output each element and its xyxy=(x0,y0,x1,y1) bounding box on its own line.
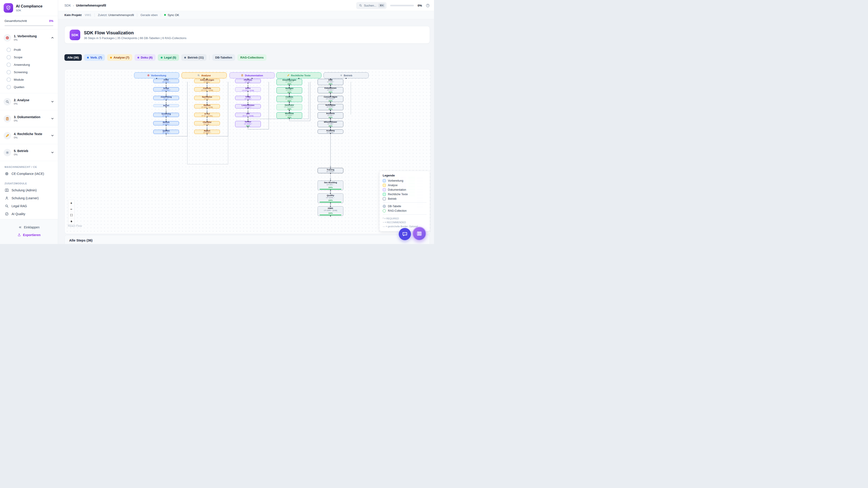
sidebar-item-scope[interactable]: Scope xyxy=(0,54,58,61)
zoom-out-button[interactable]: − xyxy=(68,206,74,212)
chat-fab-button[interactable] xyxy=(399,228,411,240)
upload-icon xyxy=(18,233,21,237)
filter-chip-rag-collections[interactable]: RAG-Collections xyxy=(237,54,267,61)
filter-chip-analyse-7[interactable]: Analyse (7) xyxy=(107,54,132,61)
flow-node-loeschfristen[interactable]: LoeschfristenCP-RET * xyxy=(235,104,261,108)
sidebar-item-ce-compliance-iace[interactable]: CE-Compliance (IACE) xyxy=(0,170,58,177)
node-progress-bar xyxy=(320,189,341,190)
filter-chip-betrieb-11[interactable]: Betrieb (11) xyxy=(181,54,207,61)
node-code: CP-NOTF * xyxy=(327,106,334,108)
flow-node-vvt[interactable]: VVTCP-VVT * [DSB] xyxy=(235,113,261,117)
flow-node-cookies[interactable]: CookiesCP-COOK *100% xyxy=(276,96,302,102)
flow-node-dsfa[interactable]: DSFACP-DSFA * [DSB] xyxy=(235,87,261,92)
flow-node-checklist[interactable]: ChecklistCP-CHK ~ xyxy=(194,121,220,125)
flow-node-vendor[interactable]: VendorCP-VEND *100% xyxy=(235,121,261,127)
step-label: Quellen xyxy=(14,86,24,89)
search-button[interactable]: Suchen... ⌘K xyxy=(356,2,386,9)
flow-node-dsr[interactable]: DSRCP-DSR *100% xyxy=(318,79,343,85)
package-header-vorbereitung[interactable]: Vorbereitung xyxy=(134,72,179,78)
package-header-analyse[interactable]: Analyse xyxy=(182,72,227,78)
flow-node-anforderungen[interactable]: AnforderungenCP-REQ * xyxy=(194,79,220,83)
node-code: CP-INC * xyxy=(327,115,334,116)
node-code: CP-AREP * xyxy=(203,132,211,134)
node-title: Checklist xyxy=(203,121,211,123)
flow-node-training[interactable]: TrainingCP-TRAIN * xyxy=(318,168,343,173)
module-label: Schulung (Learner) xyxy=(11,196,39,200)
flow-node-vorlagen[interactable]: VorlagenCP-DOC *100% xyxy=(276,87,302,94)
export-button[interactable]: Exportieren xyxy=(0,231,58,239)
search-icon xyxy=(197,74,200,76)
breadcrumb-root[interactable]: SDK xyxy=(64,4,71,7)
filter-chip-legal-5[interactable]: Legal (5) xyxy=(158,54,179,61)
flow-node-pflichten[interactable]: PflichtenCP-OBL * xyxy=(235,79,261,83)
flow-node-screening[interactable]: ScreeningCP-SCAN * xyxy=(153,113,179,117)
flow-node-academy[interactable]: AcademyCP-ACAD * xyxy=(318,129,343,134)
phase-header-2-analyse[interactable]: 2. Analyse0% xyxy=(0,93,58,110)
phase-header-1-vorbereitung[interactable]: 1. Vorbereitung0% xyxy=(0,29,58,46)
flow-canvas[interactable]: + − React Flow Legende VorbereitungAnaly… xyxy=(64,69,431,234)
sidebar-item-quellen[interactable]: Quellen xyxy=(0,84,58,91)
filter-chip-doku-6[interactable]: Doku (6) xyxy=(134,54,156,61)
flow-node-import[interactable]: Import xyxy=(153,104,179,107)
phase-header-4-rechtliche-texte[interactable]: 4. Rechtliche Texte0% xyxy=(0,127,58,144)
flow-node-nachweise[interactable]: NachweiseCP-EVI ~ xyxy=(194,96,220,100)
sidebar-item-module[interactable]: Module xyxy=(0,76,58,84)
node-title: Scope xyxy=(163,87,169,90)
flow-node-toms[interactable]: TOMsCP-TOM * xyxy=(235,96,261,100)
help-icon[interactable] xyxy=(426,3,430,8)
flow-node-workflow[interactable]: WorkflowCP-WRKF *100% xyxy=(276,112,302,119)
flow-node-notfallplan[interactable]: NotfallplanCP-NOTF *100% xyxy=(318,104,343,110)
columns-fab-button[interactable] xyxy=(412,227,426,240)
flow-node-controls[interactable]: ControlsCP-CTRL * [DSB] xyxy=(194,87,220,92)
flow-node-quellen[interactable]: QuellenCP-SPOL * xyxy=(153,130,179,134)
flow-node-incidents[interactable]: IncidentsCP-INC *100% xyxy=(318,112,343,119)
flow-node-eskalationen[interactable]: EskalationenCP-ESC *100% xyxy=(318,87,343,93)
flow-node-ai-act[interactable]: AI ActCP-AI * [LEGAL] xyxy=(194,113,220,117)
step-label: Screening xyxy=(14,70,28,74)
flow-node-sec-backlog[interactable]: Sec-BacklogCP-SEC ~100% xyxy=(318,181,343,190)
zoom-in-button[interactable]: + xyxy=(68,200,74,206)
package-name: Analyse xyxy=(201,74,211,77)
sidebar-item-schulung-admin[interactable]: Schulung (Admin) xyxy=(0,186,58,194)
cpu-icon xyxy=(5,172,9,176)
phase-label: 4. Rechtliche Texte xyxy=(14,132,48,136)
phase-header-3-dokumentation[interactable]: 3. Dokumentation0% xyxy=(0,110,58,127)
node-title: Eskalationen xyxy=(324,87,336,89)
flow-node-anwendung[interactable]: AnwendungCP-UC * xyxy=(153,96,179,100)
sidebar-item-schulung-learner[interactable]: Schulung (Learner) xyxy=(0,194,58,202)
flow-node-module[interactable]: ModuleCP-MOD * xyxy=(153,121,179,125)
chip-label: Doku (6) xyxy=(141,56,153,59)
sidebar-item-profil[interactable]: Profil xyxy=(0,46,58,54)
node-title: Sec-Backlog xyxy=(324,181,337,184)
node-code: CP-REQ * xyxy=(204,81,211,83)
node-title: Consent Mgmt xyxy=(324,96,337,98)
node-title: Vorlagen xyxy=(285,87,293,90)
phase-header-5-betrieb[interactable]: 5. Betrieb0% xyxy=(0,144,58,161)
flow-node-einwilligungen[interactable]: EinwilligungenCP-CONS *100% xyxy=(276,79,302,85)
sidebar-item-anwendung[interactable]: Anwendung xyxy=(0,61,58,68)
flow-node-quality[interactable]: QualityCP-QUAL ~100% xyxy=(318,193,343,203)
flow-node-consent-mgmt[interactable]: Consent MgmtCP-CMGMT *100% xyxy=(318,96,343,102)
lock-button[interactable] xyxy=(68,218,74,224)
flow-node-risiken[interactable]: RisikenCP-RISK * [DSB] xyxy=(194,104,220,108)
flow-node-whistleblower[interactable]: WhistleblowerCP-WB *100% xyxy=(318,121,343,127)
package-header-dokumentation[interactable]: Dokumentation xyxy=(229,72,275,78)
fit-view-button[interactable] xyxy=(68,212,74,218)
legend-label: Vorbereitung xyxy=(388,179,403,182)
collapse-sidebar-button[interactable]: Einklappen xyxy=(0,223,58,231)
filter-chip-alle-36[interactable]: Alle (36) xyxy=(64,54,82,61)
filter-chip-db-tabellen[interactable]: DB-Tabellen xyxy=(212,54,235,61)
filter-chip-vorb-7[interactable]: Vorb. (7) xyxy=(84,54,105,61)
flow-node-scope[interactable]: ScopeCP-SCOPE * xyxy=(153,87,179,92)
package-header-betrieb[interactable]: Betrieb xyxy=(323,72,369,78)
sidebar-item-ai-quality[interactable]: AI Quality xyxy=(0,210,58,218)
sidebar-item-screening[interactable]: Screening xyxy=(0,68,58,76)
flow-node-profil[interactable]: ProfilCP-PROF * xyxy=(153,79,179,83)
flow-node-generator[interactable]: GeneratorCP-DOCGEN ~100% xyxy=(276,104,302,110)
extra-module-list: Schulung (Admin)Schulung (Learner)Legal … xyxy=(0,186,58,218)
step-label: Module xyxy=(14,78,24,81)
sidebar-item-legal-rag[interactable]: Legal RAG xyxy=(0,202,58,210)
flow-node-report[interactable]: ReportCP-AREP * xyxy=(194,130,220,134)
package-header-rechtliche-texte[interactable]: Rechtliche Texte xyxy=(276,72,321,78)
flow-node-isms[interactable]: ISMSCP-ISMS ~ [DSB]100% xyxy=(318,206,343,216)
